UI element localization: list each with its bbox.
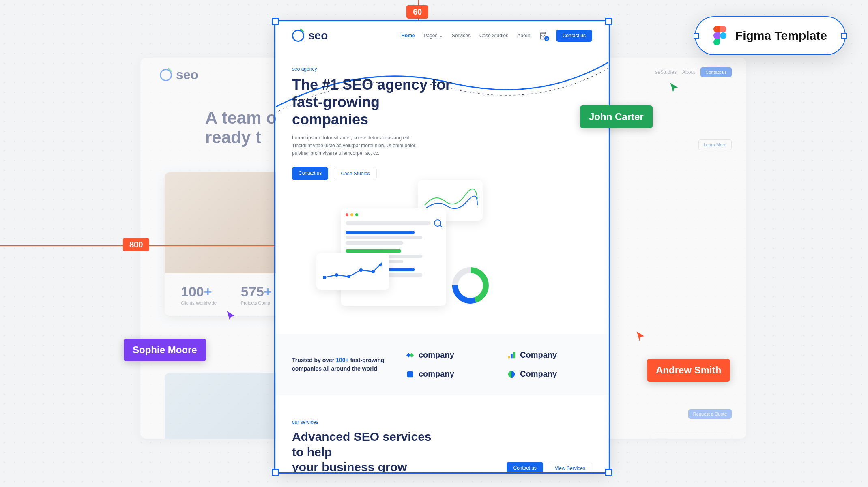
svg-point-9 xyxy=(359,268,363,272)
cursor-pointer-icon xyxy=(635,330,646,342)
svg-point-8 xyxy=(347,275,350,278)
measurement-top: 60 xyxy=(406,5,428,19)
nav-pages[interactable]: Pages ⌄ xyxy=(424,33,443,39)
svg-rect-16 xyxy=(513,352,516,358)
trend-panel xyxy=(316,253,389,290)
frame-nav: Home Pages ⌄ Services Case Studies About… xyxy=(401,30,592,42)
figma-logo-icon xyxy=(713,26,726,45)
figma-pill-label: Figma Template xyxy=(735,29,827,43)
cursor-pointer-icon xyxy=(225,310,236,322)
nav-about[interactable]: About xyxy=(517,33,530,39)
nav-services[interactable]: Services xyxy=(452,33,471,39)
search-icon xyxy=(434,219,441,227)
bg-logo-text: seo xyxy=(176,67,198,82)
donut-chart-icon xyxy=(450,265,491,306)
hero-body-text: Lorem ipsum dolor sit amet, consectetur … xyxy=(292,134,418,158)
frame-header: seo Home Pages ⌄ Services Case Studies A… xyxy=(276,22,608,50)
bg-r-contact: Contact us xyxy=(700,67,732,77)
svg-point-21 xyxy=(720,32,726,39)
trusted-text: Trusted by over 100+ fast-growing compan… xyxy=(292,356,389,373)
bg-stat-2-lbl: Projects Comp xyxy=(241,300,272,305)
multiplayer-cursor-andrew: Andrew Smith xyxy=(647,359,730,382)
svg-rect-14 xyxy=(508,356,510,358)
cursor-label-andrew: Andrew Smith xyxy=(647,359,730,382)
bg-r-nav-2: About xyxy=(682,69,695,75)
figma-template-pill[interactable]: Figma Template xyxy=(695,16,846,55)
frame-logo[interactable]: seo xyxy=(292,29,328,42)
cart-icon[interactable]: 0 xyxy=(539,32,547,40)
nav-case-studies[interactable]: Case Studies xyxy=(479,33,508,39)
hero-contact-button[interactable]: Contact us xyxy=(292,167,328,180)
multiplayer-cursor-sophie: Sophie Moore xyxy=(124,339,206,361)
logo-mark-icon xyxy=(160,69,172,81)
svg-rect-17 xyxy=(407,371,413,377)
selected-frame[interactable]: seo Home Pages ⌄ Services Case Studies A… xyxy=(276,22,608,472)
cursor-label-john: John Carter xyxy=(580,105,653,128)
cart-badge: 0 xyxy=(544,36,549,41)
hero-eyebrow: seo agency xyxy=(292,66,592,72)
bg-stat-1-num: 100 xyxy=(181,284,204,299)
logo-mark-icon xyxy=(292,30,304,42)
cursor-label-sophie: Sophie Moore xyxy=(124,339,206,361)
company-logo-2: Company xyxy=(507,350,592,360)
services-heading: Advanced SEO services to helpyour busine… xyxy=(292,429,446,472)
view-services-button[interactable]: View Services xyxy=(548,462,592,472)
trusted-section: Trusted by over 100+ fast-growing compan… xyxy=(276,334,608,395)
bg-r-nav-1: seStudies xyxy=(655,69,677,75)
services-eyebrow: our services xyxy=(292,419,592,425)
hero-heading: The #1 SEO agency forfast-growing compan… xyxy=(292,76,454,129)
bg-request-quote: Request a Quote xyxy=(688,409,732,419)
svg-point-6 xyxy=(323,276,326,279)
measurement-left: 800 xyxy=(123,238,149,251)
bg-stat-1-lbl: Clients Worldwide xyxy=(181,300,217,305)
bg-logo: seo xyxy=(160,67,198,82)
figma-canvas[interactable]: seo Home Pages A team of techready t 100… xyxy=(0,0,868,487)
cursor-pointer-icon xyxy=(668,82,680,93)
svg-rect-15 xyxy=(511,354,513,358)
hero-section: seo agency The #1 SEO agency forfast-gro… xyxy=(276,50,608,334)
multiplayer-cursor-john: John Carter xyxy=(580,105,653,128)
svg-point-7 xyxy=(335,273,338,277)
hero-case-studies-button[interactable]: Case Studies xyxy=(334,167,376,180)
hero-illustration xyxy=(300,184,495,314)
bg-stat-2-num: 575 xyxy=(241,284,264,299)
svg-point-10 xyxy=(372,270,375,273)
services-section: our services Advanced SEO services to he… xyxy=(276,395,608,472)
frame-logo-text: seo xyxy=(308,29,328,42)
company-logo-3: company xyxy=(406,369,491,379)
services-contact-button[interactable]: Contact us xyxy=(507,462,543,472)
company-logo-1: company xyxy=(406,350,491,360)
contact-button[interactable]: Contact us xyxy=(556,30,592,42)
bg-learn-more: Learn More xyxy=(698,139,732,150)
nav-home[interactable]: Home xyxy=(401,33,415,39)
chevron-down-icon: ⌄ xyxy=(439,33,443,39)
company-logo-4: Company xyxy=(507,369,592,379)
